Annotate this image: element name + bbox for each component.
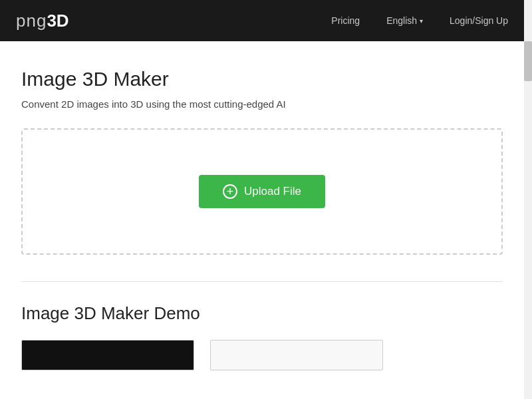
demo-thumbnail-1[interactable] [21,340,194,370]
chevron-down-icon: ▾ [420,17,423,25]
upload-dropzone[interactable]: + Upload File [21,128,503,255]
scrollbar-thumb[interactable] [524,41,532,81]
language-label: English [386,15,417,26]
site-logo[interactable]: png3D [16,11,69,31]
upload-button[interactable]: + Upload File [199,175,325,208]
demo-title: Image 3D Maker Demo [21,303,503,324]
page-subtitle: Convent 2D images into 3D using the most… [21,98,503,110]
nav-login[interactable]: Login/Sign Up [439,10,519,31]
upload-plus-icon: + [223,184,237,199]
scrollbar-track[interactable] [524,0,532,399]
demo-thumbnails [21,340,503,370]
upload-button-label: Upload File [244,185,301,198]
page-title: Image 3D Maker [21,68,503,90]
site-header: png3D Pricing English ▾ Login/Sign Up [0,0,532,41]
logo-png: png [16,11,47,31]
main-content: Image 3D Maker Convent 2D images into 3D… [0,41,524,370]
nav-pricing[interactable]: Pricing [321,10,370,31]
main-nav: Pricing English ▾ Login/Sign Up [321,10,519,31]
logo-3d: 3D [47,11,68,31]
section-divider [21,281,503,282]
nav-language[interactable]: English ▾ [376,10,434,31]
demo-thumbnail-2[interactable] [210,340,383,370]
